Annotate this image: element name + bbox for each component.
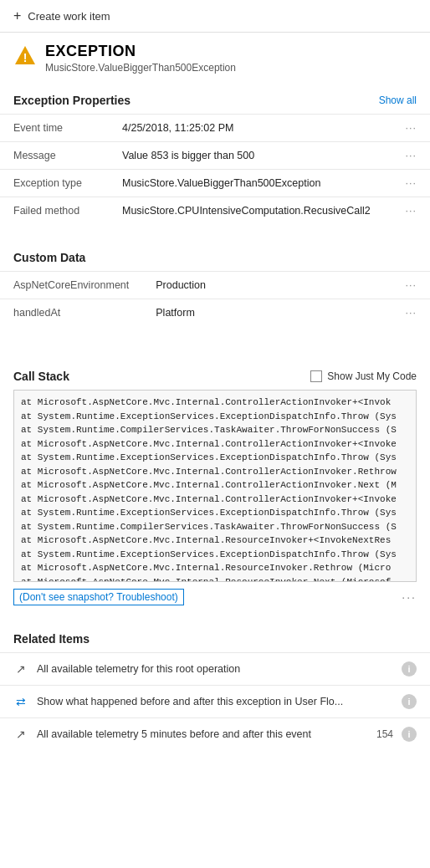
troubleshoot-link[interactable]: (Don't see snapshot? Troubleshoot) xyxy=(13,589,184,605)
related-item-icon: ↗ xyxy=(13,662,28,676)
stack-line: at System.Runtime.ExceptionServices.Exce… xyxy=(21,410,409,424)
top-bar: + Create work item xyxy=(0,0,430,33)
show-just-my-code-label: Show Just My Code xyxy=(327,370,417,382)
prop-value: Platform xyxy=(142,299,392,327)
prop-value: 4/25/2018, 11:25:02 PM xyxy=(109,115,392,142)
checkbox-box xyxy=(310,370,322,382)
warning-icon: ! xyxy=(13,44,37,68)
related-items-header: Related Items xyxy=(0,622,430,652)
stack-line: at Microsoft.AspNetCore.Mvc.Internal.Con… xyxy=(21,465,409,479)
related-items-section: Related Items ↗ All available telemetry … xyxy=(0,612,430,750)
table-row: Message Value 853 is bigger than 500 ··· xyxy=(0,142,430,170)
svg-text:!: ! xyxy=(23,51,28,64)
call-stack-footer: (Don't see snapshot? Troubleshoot) ··· xyxy=(0,582,430,612)
stack-line: at Microsoft.AspNetCore.Mvc.Internal.Con… xyxy=(21,478,409,493)
stack-line: at Microsoft.AspNetCore.Mvc.Internal.Res… xyxy=(21,575,409,583)
info-icon: i xyxy=(402,694,417,709)
prop-value: Value 853 is bigger than 500 xyxy=(109,142,392,170)
call-stack-box[interactable]: at Microsoft.AspNetCore.Mvc.Internal.Con… xyxy=(13,390,417,582)
prop-key: AspNetCoreEnvironment xyxy=(0,272,142,299)
exception-type-label: EXCEPTION xyxy=(45,43,236,60)
info-icon: i xyxy=(402,727,417,742)
info-icon: i xyxy=(402,661,417,677)
custom-data-header: Custom Data xyxy=(0,241,430,271)
table-row: AspNetCoreEnvironment Production ··· xyxy=(0,272,430,299)
table-row: Exception type MusicStore.ValueBiggerTha… xyxy=(0,170,430,197)
related-item-text: All available telemetry 5 minutes before… xyxy=(37,728,365,740)
related-items-title: Related Items xyxy=(13,632,90,646)
exception-properties-title: Exception Properties xyxy=(13,94,131,107)
prop-key: handledAt xyxy=(0,299,142,327)
prop-key: Failed method xyxy=(0,197,109,225)
row-ellipsis[interactable]: ··· xyxy=(392,170,430,197)
call-stack-title: Call Stack xyxy=(13,370,69,383)
stack-line: at System.Runtime.ExceptionServices.Exce… xyxy=(21,548,409,562)
related-item-row[interactable]: ↗ All available telemetry for this root … xyxy=(0,652,430,685)
prop-value: MusicStore.CPUIntensiveComputation.Recus… xyxy=(109,197,392,225)
prop-key: Message xyxy=(0,142,109,170)
table-row: Event time 4/25/2018, 11:25:02 PM ··· xyxy=(0,115,430,142)
stack-line: at System.Runtime.ExceptionServices.Exce… xyxy=(21,451,409,465)
stack-line: at System.Runtime.CompilerServices.TaskA… xyxy=(21,520,409,534)
create-work-item-button[interactable]: Create work item xyxy=(28,10,110,23)
row-ellipsis[interactable]: ··· xyxy=(392,272,430,299)
related-item-text: Show what happened before and after this… xyxy=(37,696,393,707)
row-ellipsis[interactable]: ··· xyxy=(392,115,430,142)
show-just-my-code-checkbox[interactable]: Show Just My Code xyxy=(310,370,417,382)
prop-key: Event time xyxy=(0,115,109,142)
stack-line: at System.Runtime.CompilerServices.TaskA… xyxy=(21,423,409,437)
custom-data-title: Custom Data xyxy=(13,251,85,264)
related-item-icon: ↗ xyxy=(13,728,28,741)
related-item-row[interactable]: ⇄ Show what happened before and after th… xyxy=(0,685,430,717)
prop-key: Exception type xyxy=(0,170,109,197)
exception-properties-header: Exception Properties Show all xyxy=(0,84,430,114)
custom-data-table: AspNetCoreEnvironment Production ··· han… xyxy=(0,271,430,326)
exception-info: EXCEPTION MusicStore.ValueBiggerThan500E… xyxy=(45,43,236,74)
show-all-link[interactable]: Show all xyxy=(379,94,417,106)
call-stack-header: Call Stack Show Just My Code xyxy=(0,360,430,390)
stack-line: at Microsoft.AspNetCore.Mvc.Internal.Res… xyxy=(21,534,409,548)
related-item-count: 154 xyxy=(373,728,393,740)
related-item-icon: ⇄ xyxy=(13,695,28,708)
stack-line: at Microsoft.AspNetCore.Mvc.Internal.Con… xyxy=(21,437,409,452)
table-row: Failed method MusicStore.CPUIntensiveCom… xyxy=(0,197,430,225)
prop-value: Production xyxy=(142,272,392,299)
table-row: handledAt Platform ··· xyxy=(0,299,430,327)
exception-class-name: MusicStore.ValueBiggerThan500Exception xyxy=(45,62,236,74)
exception-properties-table: Event time 4/25/2018, 11:25:02 PM ··· Me… xyxy=(0,114,430,224)
plus-icon: + xyxy=(13,8,21,23)
exception-header: ! EXCEPTION MusicStore.ValueBiggerThan50… xyxy=(0,33,430,84)
row-ellipsis[interactable]: ··· xyxy=(392,197,430,225)
stack-line: at System.Runtime.ExceptionServices.Exce… xyxy=(21,506,409,520)
call-stack-ellipsis[interactable]: ··· xyxy=(402,590,417,604)
row-ellipsis[interactable]: ··· xyxy=(392,142,430,170)
related-item-row[interactable]: ↗ All available telemetry 5 minutes befo… xyxy=(0,717,430,750)
stack-line: at Microsoft.AspNetCore.Mvc.Internal.Res… xyxy=(21,561,409,575)
related-item-text: All available telemetry for this root op… xyxy=(37,663,393,675)
stack-line: at Microsoft.AspNetCore.Mvc.Internal.Con… xyxy=(21,493,409,507)
stack-line: at Microsoft.AspNetCore.Mvc.Internal.Con… xyxy=(21,396,409,410)
prop-value: MusicStore.ValueBiggerThan500Exception xyxy=(109,170,392,197)
row-ellipsis[interactable]: ··· xyxy=(392,299,430,327)
